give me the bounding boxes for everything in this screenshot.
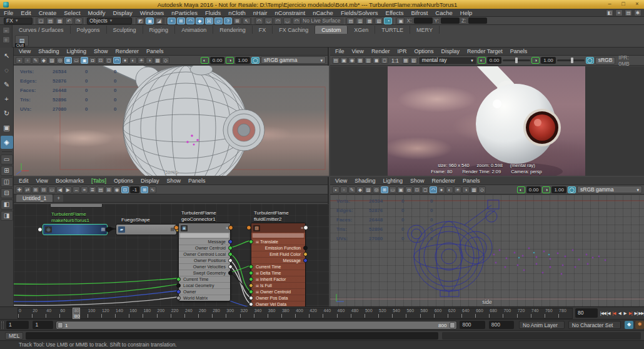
panel-menu-item[interactable]: Display [137, 178, 163, 184]
layout-persp-side-button[interactable]: ◨ [1, 211, 13, 221]
attribute-port[interactable] [228, 252, 233, 256]
redo-previous-render-icon[interactable]: ▤ [332, 57, 340, 64]
input-line-operations-icon[interactable]: ◡ [283, 18, 291, 24]
xray-icon[interactable]: ▩ [470, 186, 478, 193]
maximize-button[interactable]: □ [616, 1, 630, 8]
panel-menu-item[interactable]: Bookmarks [52, 178, 88, 184]
menu-item[interactable]: Display [109, 9, 136, 16]
node-editor-tab[interactable]: Untitled_1 [16, 195, 53, 202]
clear-graph-icon[interactable]: ▭ [48, 186, 56, 193]
paint-select-tool[interactable]: ✎ [1, 78, 13, 91]
step-forward-frame-button[interactable]: ▶| [633, 311, 639, 316]
colorspace-selector[interactable]: sRGB gamma▾ [577, 186, 642, 193]
image-plane-icon[interactable]: ▨ [365, 186, 372, 193]
toggle-channel-box-icon[interactable]: ▤ [625, 9, 632, 16]
select-hierarchy-icon[interactable]: ◩ [136, 18, 144, 24]
node-attribute-row[interactable]: Message [251, 257, 305, 263]
shelf-tab[interactable]: Sculpting [107, 26, 143, 34]
menu-item[interactable]: Windows [136, 9, 168, 16]
panel-menu-item[interactable]: Render [368, 48, 394, 54]
node-makeNurbTorus1[interactable]: ◎ ▤ [43, 224, 108, 235]
gamma-icon[interactable]: ◑ [226, 57, 234, 64]
command-input[interactable] [26, 332, 438, 340]
remove-from-graph-icon[interactable]: ⊟ [40, 186, 48, 193]
lasso-select-tool[interactable]: ◌ [1, 64, 13, 77]
attribute-port[interactable] [176, 296, 181, 300]
gamma-field[interactable]: 1.00 [541, 57, 556, 64]
attribute-port[interactable] [228, 265, 233, 269]
field-chart-icon[interactable]: ⊡ [97, 57, 104, 64]
textured-icon[interactable]: ◐ [129, 57, 137, 64]
y-coordinate-input[interactable] [441, 18, 460, 24]
ipr-render-icon[interactable]: ▦ [356, 57, 364, 64]
animation-preferences-icon[interactable]: ✱ [635, 321, 644, 329]
clipped-node-fragment[interactable] [50, 204, 103, 208]
resolution-gate-icon[interactable]: ▣ [397, 186, 405, 193]
field-chart-icon[interactable]: ⊡ [413, 186, 421, 193]
node-FuegoShape[interactable]: ▰ ▤ [116, 224, 177, 235]
gamma-icon[interactable]: ◑ [531, 57, 540, 64]
node-geoConnector1[interactable]: ▣ ≡ Message Owner Centroid [178, 223, 231, 301]
step-forward-key-button[interactable]: ▶| [628, 311, 633, 316]
isolate-select-icon[interactable]: ◇ [478, 186, 486, 193]
move-tool[interactable]: + [1, 93, 13, 106]
sync-selection-icon[interactable]: ⇄ [24, 186, 31, 193]
exposure-field[interactable]: 0.00 [526, 186, 541, 193]
grid-toggle-icon[interactable]: ⊞ [141, 186, 148, 193]
panel-menu-item[interactable]: Options [410, 48, 437, 54]
panel-menu-item[interactable]: Options [110, 178, 137, 184]
node-attribute-row[interactable]: Emit Fluid Color [251, 251, 305, 257]
range-start-handle[interactable] [58, 322, 63, 328]
render-current-frame-icon[interactable]: ▥ [356, 18, 364, 24]
menu-item[interactable]: nCache [309, 9, 337, 16]
menu-item[interactable]: Edit [17, 9, 34, 16]
gate-mask-icon[interactable]: ◘ [405, 186, 413, 193]
add-tab-button[interactable]: + [54, 195, 63, 202]
display-render-settings-icon[interactable]: ◔ [384, 18, 392, 24]
safe-action-icon[interactable]: ◻ [421, 186, 429, 193]
layout-persp-outliner-button[interactable]: ◫ [1, 177, 13, 187]
panel-menu-item[interactable]: View [348, 48, 368, 54]
x-coordinate-input[interactable] [414, 18, 433, 24]
render-view-area[interactable]: size: 960 x 540zoom: 0.598(mental ray) F… [330, 66, 644, 176]
panel-menu-item[interactable]: Shading [34, 48, 63, 54]
auto-keyframe-icon[interactable]: ◆ [625, 321, 633, 329]
attribute-port[interactable] [176, 277, 181, 281]
panel-menu-item[interactable]: Renderer [428, 178, 459, 184]
animation-start-field[interactable]: 1 [6, 321, 29, 329]
toggle-attribute-editor-icon[interactable]: ◧ [606, 9, 613, 16]
node-editor-canvas[interactable]: TurbulentFlamemakeNurbTorus1 ◎ ▤ FuegoSh… [14, 204, 329, 306]
render-region-icon[interactable]: ▣ [340, 57, 348, 64]
panel-menu-item[interactable]: Show [90, 48, 112, 54]
colorspace-selector[interactable]: sRGB gamma▾ [261, 56, 326, 64]
node-header[interactable]: ▣ ≡ [179, 223, 230, 233]
node-attribute-row[interactable]: Owner Velocities [179, 263, 230, 270]
shaded-icon[interactable]: ● [438, 186, 445, 193]
gamma-field[interactable]: 1.00 [235, 57, 250, 64]
highlight-selection-icon[interactable]: ↖ [243, 18, 251, 24]
absolute-relative-toggle-icon[interactable]: ▣ [396, 18, 405, 24]
panel-menu-item[interactable]: Render Target [463, 48, 506, 54]
redo-icon[interactable]: ↷ [74, 18, 83, 24]
menu-item[interactable]: Create [35, 9, 61, 16]
graph-upstream-icon[interactable]: ◀ [56, 186, 64, 193]
panel-menu-item[interactable]: Lighting [379, 178, 406, 184]
isolate-select-icon[interactable]: ◇ [162, 57, 169, 64]
attribute-port[interactable] [228, 258, 233, 263]
attribute-port[interactable] [228, 271, 233, 275]
gamma-field[interactable]: 1.00 [551, 186, 566, 193]
layout-persp-graph-button[interactable]: ⊟ [1, 188, 13, 198]
snap-to-projected-center-icon[interactable]: 回 [205, 18, 213, 24]
attribute-port[interactable] [303, 258, 308, 263]
playback-end-field[interactable]: 800 [460, 321, 485, 329]
exposure-field[interactable]: 0.00 [487, 57, 502, 64]
attribute-port[interactable] [249, 277, 253, 281]
traversal-depth-field[interactable]: -1 [130, 186, 139, 193]
panel-menu-item[interactable]: View [331, 178, 351, 184]
live-surface-icon[interactable]: ◠ [293, 18, 301, 24]
gate-mask-icon[interactable]: ◘ [89, 57, 96, 64]
shelf-tab[interactable]: XGen [348, 26, 375, 34]
connection-style-icon[interactable]: ∿ [149, 186, 156, 193]
side-viewport[interactable]: Verts:2653400Edges:5287600Faces:2644800T… [330, 195, 644, 306]
toggle-tool-settings-icon[interactable]: ≡ [615, 9, 623, 16]
